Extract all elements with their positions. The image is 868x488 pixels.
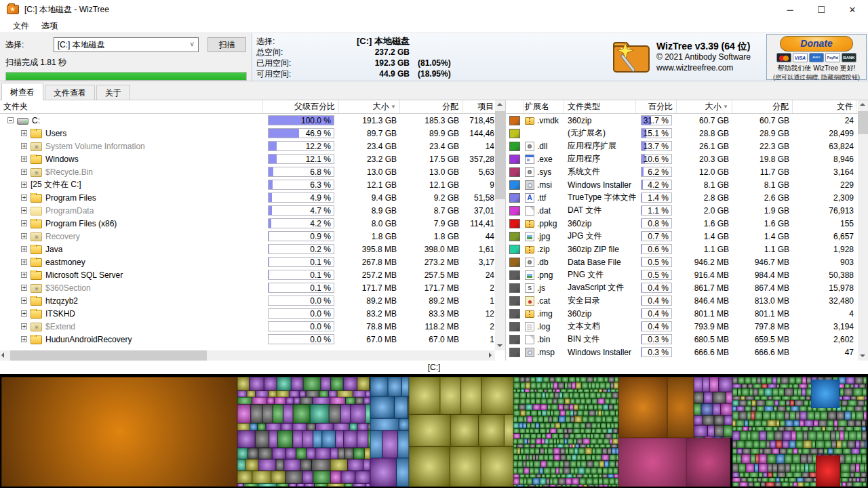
table-row[interactable]: .dbData Base File0.5 %946.2 MB946.7 MB90… xyxy=(506,256,868,268)
mastercard-icon[interactable] xyxy=(776,53,791,62)
amex-icon[interactable]: AMEX xyxy=(809,53,824,62)
plus-expander[interactable] xyxy=(21,298,27,304)
table-row[interactable]: .img360zip0.4 %801.1 MB801.1 MB4 xyxy=(506,307,868,320)
table-row[interactable]: $Recycle.Bin6.8 %13.0 GB13.0 GB5,63 xyxy=(0,165,505,178)
menu-item-1[interactable]: 选项 xyxy=(35,19,64,33)
column-header[interactable]: 文件夹 xyxy=(0,100,263,113)
table-row[interactable]: .binBIN 文件0.3 %680.5 MB659.5 MB2,602 xyxy=(506,333,868,346)
tree-vscroll-thumb[interactable] xyxy=(495,111,505,199)
table-row[interactable]: .vmdk360zip31.7 %60.7 GB60.7 GB24 xyxy=(506,114,868,127)
column-header[interactable]: 大小 ▼ xyxy=(339,100,400,113)
plus-expander[interactable] xyxy=(21,156,27,162)
plus-expander[interactable] xyxy=(21,207,27,214)
plus-expander[interactable] xyxy=(21,336,27,342)
column-header[interactable]: 文件 xyxy=(793,100,856,113)
plus-expander[interactable] xyxy=(21,130,27,136)
menu-item-0[interactable]: 文件 xyxy=(7,19,35,33)
close-button[interactable]: ✕ xyxy=(837,0,868,19)
bank-icon[interactable]: BANK xyxy=(842,53,856,62)
plus-expander[interactable] xyxy=(21,182,27,188)
table-row[interactable]: C:100.0 %191.3 GB185.3 GB718,45 xyxy=(0,114,505,127)
table-row[interactable]: .sys系统文件6.2 %12.0 GB11.7 GB3,164 xyxy=(506,165,868,178)
plus-expander[interactable] xyxy=(21,169,27,175)
table-row[interactable]: ITSKHD0.0 %83.2 MB83.3 MB12 xyxy=(0,307,505,320)
column-header[interactable]: 百分比 xyxy=(636,100,677,113)
column-header[interactable]: 文件类型 xyxy=(564,100,636,113)
plus-expander[interactable] xyxy=(21,233,27,239)
drive-select[interactable]: [C:] 本地磁盘 ˅ xyxy=(54,37,199,52)
table-row[interactable]: .cat安全目录0.4 %846.4 MB813.0 MB32,480 xyxy=(506,294,868,307)
plus-expander[interactable] xyxy=(21,195,27,201)
tab-文件查看[interactable]: 文件查看 xyxy=(45,85,95,100)
column-header[interactable]: 分配 xyxy=(400,100,462,113)
plus-expander[interactable] xyxy=(21,310,27,317)
table-row[interactable]: .zip360zip ZIP file0.6 %1.1 GB1.1 GB1,92… xyxy=(506,243,868,256)
plus-expander[interactable] xyxy=(21,272,27,278)
table-row[interactable]: HudunAndroidRecovery0.0 %67.0 MB67.0 MB1 xyxy=(0,333,505,346)
scroll-up-icon[interactable] xyxy=(858,100,868,110)
table-row[interactable]: .pngPNG 文件0.5 %916.4 MB984.4 MB50,388 xyxy=(506,268,868,281)
column-header[interactable]: 扩展名 xyxy=(524,100,564,113)
scroll-left-icon[interactable] xyxy=(0,350,10,361)
minus-expander[interactable] xyxy=(7,117,14,123)
scroll-up-icon[interactable] xyxy=(495,100,505,110)
table-row[interactable]: System Volume Information12.2 %23.4 GB23… xyxy=(0,140,505,152)
plus-expander[interactable] xyxy=(21,323,27,329)
paypal-icon[interactable]: PayPal xyxy=(825,53,840,62)
scan-button[interactable]: 扫描 xyxy=(208,37,246,52)
plus-expander[interactable] xyxy=(21,143,27,149)
table-row[interactable]: eastmoney0.1 %267.8 MB273.2 MB3,17 xyxy=(0,256,505,268)
table-row[interactable]: .dll应用程序扩展13.7 %26.1 GB22.3 GB63,824 xyxy=(506,140,868,152)
plus-expander[interactable] xyxy=(21,246,27,252)
table-row[interactable]: Users46.9 %89.7 GB89.9 GB144,46 xyxy=(0,127,505,140)
tree-hscroll-thumb[interactable] xyxy=(10,350,207,361)
table-row[interactable]: $360Section0.1 %171.7 MB171.7 MB2 xyxy=(0,281,505,294)
table-row[interactable]: .ppkg360zip0.8 %1.6 GB1.6 GB155 xyxy=(506,217,868,230)
tree-vertical-scrollbar[interactable] xyxy=(495,100,505,350)
scroll-down-icon[interactable] xyxy=(858,350,868,361)
column-header[interactable]: 父级百分比 xyxy=(263,100,339,113)
table-row[interactable]: (无扩展名)15.1 %28.8 GB28.9 GB28,499 xyxy=(506,127,868,140)
table-row[interactable]: Recovery0.9 %1.8 GB1.8 GB44 xyxy=(0,230,505,243)
table-row[interactable]: Program Files4.9 %9.4 GB9.2 GB51,58 xyxy=(0,191,505,204)
table-row[interactable]: .msiWindows Installer4.2 %8.1 GB8.1 GB22… xyxy=(506,178,868,191)
table-row[interactable]: .jpgJPG 文件0.7 %1.4 GB1.4 GB6,657 xyxy=(506,230,868,243)
plus-expander[interactable] xyxy=(21,285,27,291)
percent-text: 0.9 % xyxy=(310,232,331,241)
tab-关于[interactable]: 关于 xyxy=(96,85,130,100)
scroll-right-icon[interactable] xyxy=(485,350,495,361)
maximize-button[interactable]: ☐ xyxy=(806,0,837,19)
table-row[interactable]: A.ttfTrueType 字体文件1.4 %2.8 GB2.6 GB2,309 xyxy=(506,191,868,204)
brand-url[interactable]: www.wiztreefree.com xyxy=(656,62,751,73)
scroll-down-icon[interactable] xyxy=(495,340,505,350)
table-row[interactable]: Windows12.1 %23.2 GB17.5 GB357,28 xyxy=(0,152,505,165)
table-row[interactable]: .mspWindows Installer0.3 %666.6 MB666.6 … xyxy=(506,346,868,359)
column-header[interactable] xyxy=(506,100,524,113)
folder-icon xyxy=(31,271,42,280)
table-row[interactable]: .datDAT 文件1.1 %2.0 GB1.9 GB76,913 xyxy=(506,204,868,217)
visa-icon[interactable]: VISA xyxy=(793,53,808,62)
table-row[interactable]: ProgramData4.7 %8.9 GB8.7 GB37,01 xyxy=(0,204,505,217)
table-row[interactable]: S.jsJavaScript 文件0.4 %861.7 MB867.4 MB15… xyxy=(506,281,868,294)
column-header[interactable]: 分配 xyxy=(732,100,793,113)
treemap-canvas[interactable] xyxy=(0,374,868,488)
plus-expander[interactable] xyxy=(21,220,27,226)
ext-vscroll-thumb[interactable] xyxy=(858,111,868,134)
table-row[interactable]: $Extend0.0 %78.8 MB118.2 MB2 xyxy=(0,320,505,333)
tree-horizontal-scrollbar[interactable] xyxy=(0,350,495,361)
alloc-cell: 666.6 MB xyxy=(732,348,793,357)
table-row[interactable]: .exe应用程序10.6 %20.3 GB19.8 GB8,946 xyxy=(506,152,868,165)
table-row[interactable]: Java0.2 %395.8 MB398.0 MB1,61 xyxy=(0,243,505,256)
table-row[interactable]: .log文本文档0.4 %793.9 MB797.8 MB3,194 xyxy=(506,320,868,333)
ext-vertical-scrollbar[interactable] xyxy=(858,100,868,361)
column-header[interactable]: 项目 xyxy=(462,100,496,113)
table-row[interactable]: [25 文件在 C:]6.3 %12.1 GB12.1 GB9 xyxy=(0,178,505,191)
table-row[interactable]: Microsoft SQL Server0.1 %257.2 MB257.5 M… xyxy=(0,268,505,281)
minimize-button[interactable]: ─ xyxy=(774,0,806,19)
plus-expander[interactable] xyxy=(21,259,27,265)
donate-button[interactable]: Donate xyxy=(780,36,853,52)
tab-树查看[interactable]: 树查看 xyxy=(1,83,43,100)
table-row[interactable]: htzqzyb20.0 %89.2 MB89.2 MB1 xyxy=(0,294,505,307)
table-row[interactable]: Program Files (x86)4.2 %8.0 GB7.9 GB114,… xyxy=(0,217,505,230)
column-header[interactable]: 大小 ▼ xyxy=(677,100,732,113)
